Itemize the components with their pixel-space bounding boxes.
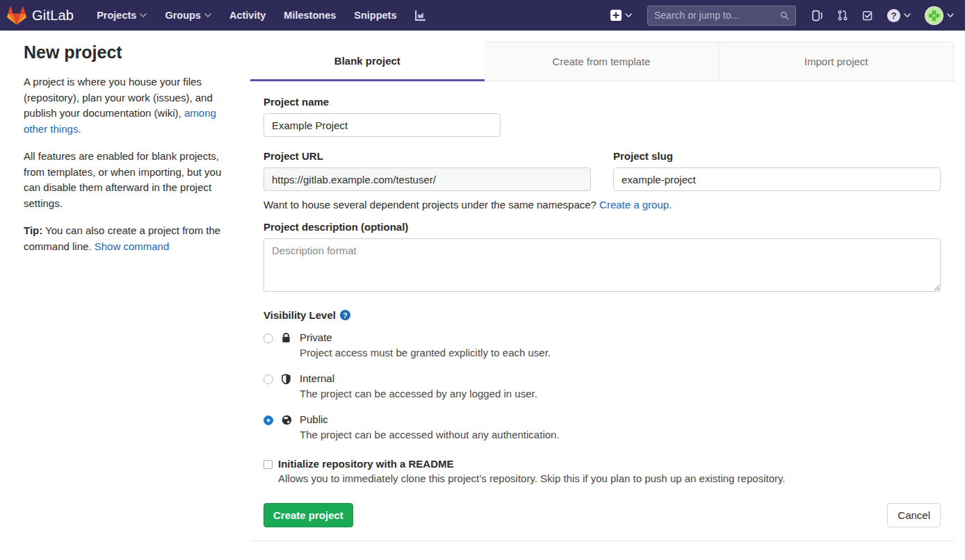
gitlab-logo[interactable]: GitLab: [7, 6, 74, 25]
visibility-option-internal[interactable]: Internal The project can be accessed by …: [263, 372, 941, 402]
project-url-input[interactable]: [263, 167, 591, 191]
chevron-down-icon: [625, 13, 632, 17]
top-navbar: GitLab Projects Groups Activity Mileston…: [0, 0, 965, 31]
nav-item-activity[interactable]: Activity: [222, 0, 273, 31]
lock-icon: [282, 333, 292, 343]
project-name-input[interactable]: [263, 113, 501, 137]
cancel-button[interactable]: Cancel: [887, 503, 941, 527]
visibility-option-private[interactable]: Private Project access must be granted e…: [263, 331, 941, 361]
project-name-label: Project name: [263, 96, 941, 108]
chevron-down-icon: [904, 13, 911, 17]
help-icon: ?: [887, 9, 900, 22]
search-icon: [780, 10, 789, 21]
public-radio[interactable]: [263, 415, 273, 425]
readme-description: Allows you to immediately clone this pro…: [278, 472, 786, 484]
nav-item-snippets[interactable]: Snippets: [346, 0, 404, 31]
visibility-option-description: The project can be accessed by any logge…: [300, 386, 537, 402]
nav-item-label: Projects: [97, 10, 136, 21]
tab-create-from-template[interactable]: Create from template: [485, 42, 720, 81]
internal-radio[interactable]: [263, 374, 273, 384]
plus-icon: [610, 10, 622, 21]
nav-item-projects[interactable]: Projects: [89, 0, 154, 31]
visibility-option-public[interactable]: Public The project can be accessed witho…: [263, 413, 941, 443]
charts-nav-icon[interactable]: [407, 0, 433, 31]
todos-icon: [862, 10, 873, 21]
features-paragraph: All features are enabled for blank proje…: [24, 149, 236, 211]
nav-item-milestones[interactable]: Milestones: [276, 0, 343, 31]
help-menu-button[interactable]: ?: [880, 0, 918, 31]
project-slug-label: Project slug: [613, 150, 941, 162]
namespace-hint: Want to house several dependent projects…: [263, 199, 941, 211]
issues-button[interactable]: [804, 0, 830, 31]
readme-label: Initialize repository with a README: [278, 458, 786, 470]
avatar: [925, 6, 943, 25]
tip-label: Tip:: [24, 224, 42, 236]
user-menu-button[interactable]: [918, 0, 954, 31]
intro-paragraph: A project is where you house your files …: [24, 74, 236, 137]
show-command-link[interactable]: Show command: [95, 240, 170, 252]
new-project-form: Project name Project URL Project slug Wa…: [250, 81, 954, 527]
intro-text-end: .: [78, 123, 81, 135]
tanuki-icon: [7, 6, 26, 25]
issues-icon: [811, 10, 823, 22]
new-menu-button[interactable]: [603, 0, 639, 31]
nav-item-label: Groups: [165, 10, 201, 21]
tab-import-project[interactable]: Import project: [719, 42, 954, 81]
create-group-link[interactable]: Create a group.: [599, 199, 672, 211]
merge-requests-button[interactable]: [830, 0, 855, 31]
initialize-readme-option[interactable]: Initialize repository with a README Allo…: [263, 458, 941, 484]
visibility-help-icon[interactable]: ?: [340, 310, 350, 320]
project-slug-input[interactable]: [613, 167, 941, 191]
todos-button[interactable]: [855, 0, 880, 31]
project-description-input[interactable]: [263, 238, 941, 292]
chevron-down-icon: [140, 13, 147, 17]
visibility-level-label: Visibility Level: [263, 309, 336, 321]
globe-icon: [282, 415, 292, 425]
project-description-label: Project description (optional): [263, 221, 941, 233]
tab-blank-project[interactable]: Blank project: [250, 42, 485, 81]
new-project-panel: Blank project Create from template Impor…: [250, 42, 954, 541]
readme-checkbox[interactable]: [263, 460, 273, 469]
visibility-option-name: Internal: [300, 372, 537, 384]
visibility-option-description: Project access must be granted explicitl…: [300, 345, 551, 361]
shield-icon: [282, 374, 292, 384]
nav-item-label: Activity: [229, 10, 266, 21]
page-title: New project: [24, 42, 238, 63]
search-input[interactable]: [654, 10, 780, 21]
chart-icon: [414, 10, 426, 22]
nav-item-groups[interactable]: Groups: [157, 0, 219, 31]
global-search[interactable]: [647, 6, 796, 26]
visibility-option-name: Private: [300, 331, 551, 343]
merge-request-icon: [837, 10, 848, 21]
private-radio[interactable]: [263, 333, 273, 343]
nav-item-label: Milestones: [284, 10, 336, 21]
project-url-label: Project URL: [263, 150, 591, 162]
new-project-sidebar: New project A project is where you house…: [0, 31, 250, 266]
chevron-down-icon: [947, 13, 954, 17]
visibility-option-name: Public: [300, 413, 560, 425]
visibility-option-description: The project can be accessed without any …: [300, 427, 560, 443]
tip-paragraph: Tip: You can also create a project from …: [24, 223, 236, 254]
create-project-button[interactable]: Create project: [263, 503, 353, 527]
chevron-down-icon: [204, 13, 211, 17]
nav-item-label: Snippets: [354, 10, 396, 21]
project-type-tabs: Blank project Create from template Impor…: [250, 42, 954, 81]
brand-name: GitLab: [32, 8, 74, 24]
namespace-hint-text: Want to house several dependent projects…: [263, 199, 599, 211]
